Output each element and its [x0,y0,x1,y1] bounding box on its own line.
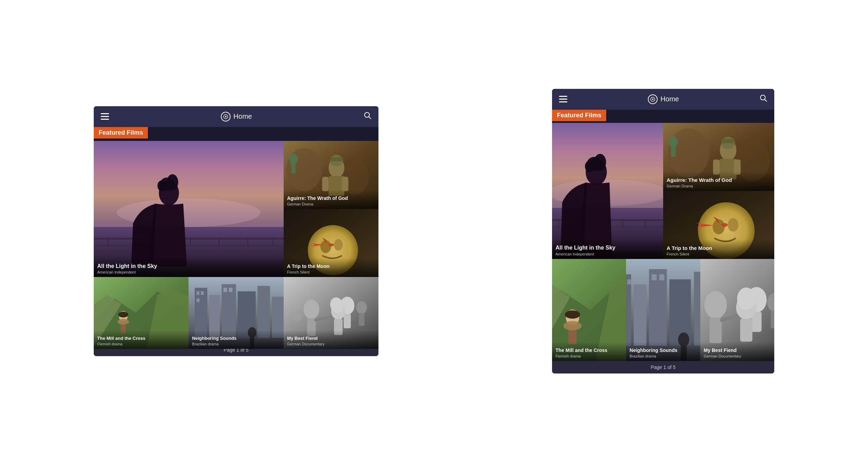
large-film-neighboring-title: Neighboring Sounds [629,347,696,353]
film-mill-info: The Mill and the Cross Flemish drama [94,330,189,349]
large-film-moon-info: A Trip to the Moon French Silent [663,240,774,259]
film-fiend-info: My Best Fiend German Documentary [284,330,378,349]
large-film-card-mill[interactable]: The Mill and the Cross Flemish drama [552,259,626,361]
hamburger-menu[interactable] [101,113,109,120]
svg-rect-134 [740,318,752,341]
svg-rect-8 [94,245,284,246]
large-kanopy-logo [648,94,658,104]
film-neighboring-genre: Brazilian drama [192,342,280,346]
side-cards: Aguirre: The Wrath of God German Drama [284,141,378,277]
svg-rect-52 [197,291,199,295]
film-main-genre: American Independent [97,270,280,274]
large-film-mill-title: The Mill and the Cross [556,347,623,353]
large-film-main-info: All the Light in the Sky American Indepe… [552,239,663,259]
svg-rect-118 [649,269,667,346]
films-grid: All the Light in the Sky American Indepe… [94,141,378,344]
svg-rect-113 [569,310,576,316]
film-card-main[interactable]: All the Light in the Sky American Indepe… [94,141,284,277]
film-aguirre-info: Aguirre: The Wrath of God German Drama [284,190,378,209]
large-films-grid: All the Light in the Sky American Indepe… [552,123,774,361]
large-film-card-fiend[interactable]: My Best Fiend German Documentary [700,259,774,361]
svg-point-18 [167,174,178,190]
svg-rect-43 [121,312,125,315]
film-moon-title: A Trip to the Moon [287,263,375,269]
large-film-fiend-genre: German Documentary [704,354,771,358]
svg-rect-116 [626,274,631,346]
bottom-cards: The Mill and the Cross Flemish drama [94,277,378,348]
svg-rect-28 [342,177,348,191]
large-film-mill-info: The Mill and the Cross Flemish drama [552,342,626,361]
large-film-moon-title: A Trip to the Moon [667,245,771,251]
svg-point-135 [737,287,756,310]
svg-line-3 [369,117,371,119]
large-film-card-neighboring[interactable]: Neighboring Sounds Brazilian drama [626,259,700,361]
large-search-button[interactable] [760,94,767,104]
film-neighboring-title: Neighboring Sounds [192,336,280,341]
film-card-moon[interactable]: A Trip to the Moon French Silent [284,209,378,277]
svg-rect-131 [709,318,721,343]
large-film-moon-genre: French Silent [667,252,771,256]
svg-point-33 [320,240,331,253]
svg-rect-25 [330,157,342,161]
svg-point-88 [594,154,606,170]
large-header: Home [552,89,774,110]
film-main-info: All the Light in the Sky American Indepe… [94,257,284,277]
svg-point-104 [728,218,738,232]
film-card-neighboring[interactable]: Neighboring Sounds Brazilian drama [189,277,283,348]
svg-rect-69 [359,313,365,326]
svg-point-114 [563,321,582,330]
header: Home [94,106,378,127]
svg-rect-27 [322,177,328,191]
large-film-mill-genre: Flemish drama [556,354,623,358]
large-page-indicator: Page 1 of 5 [552,361,774,373]
svg-rect-100 [671,145,676,157]
svg-point-70 [293,311,301,321]
film-aguirre-genre: German Drama [287,202,375,206]
large-header-title: Home [648,94,679,104]
svg-rect-53 [201,291,204,295]
large-featured-label: Featured Films [552,110,606,121]
svg-line-74 [765,99,767,101]
svg-point-1 [225,116,226,117]
film-fiend-genre: German Documentary [287,342,375,346]
large-hamburger-menu[interactable] [559,96,567,102]
film-moon-genre: French Silent [287,270,375,274]
svg-rect-117 [634,284,646,345]
svg-rect-54 [197,299,199,302]
home-label: Home [233,112,252,120]
large-film-fiend-info: My Best Fiend German Documentary [700,342,774,361]
large-app: Home Featured Films [552,89,774,373]
film-card-fiend[interactable]: My Best Fiend German Documentary [284,277,378,348]
svg-rect-56 [229,288,232,292]
large-film-card-main[interactable]: All the Light in the Sky American Indepe… [552,123,663,259]
svg-rect-61 [343,314,351,328]
svg-rect-95 [722,138,735,143]
large-film-main-title: All the Light in the Sky [556,244,660,251]
search-button[interactable] [364,112,372,121]
svg-rect-120 [694,271,700,345]
kanopy-logo [221,112,231,121]
large-film-card-moon[interactable]: A Trip to the Moon French Silent [663,191,774,259]
svg-rect-122 [627,279,631,284]
svg-rect-124 [659,274,665,280]
svg-rect-55 [224,288,227,292]
svg-point-34 [334,239,343,251]
film-mill-genre: Flemish drama [97,342,185,346]
film-fiend-title: My Best Fiend [287,336,375,341]
large-film-aguirre-title: Aguirre: The Wrath of God [667,177,771,183]
svg-rect-137 [771,310,774,328]
header-title: Home [221,112,252,121]
large-bottom-cards: The Mill and the Cross Flemish drama [552,259,774,361]
svg-point-105 [721,223,728,227]
large-film-neighboring-genre: Brazilian drama [629,354,696,358]
film-card-aguirre[interactable]: Aguirre: The Wrath of God German Drama [284,141,378,209]
svg-rect-7 [94,238,284,240]
svg-point-35 [328,243,334,246]
small-app: Home Featured Films [94,106,378,356]
svg-point-130 [704,291,727,318]
large-film-card-aguirre[interactable]: Aguirre: The Wrath of God German Drama [663,123,774,191]
film-main-title: All the Light in the Sky [97,263,280,269]
film-card-mill[interactable]: The Mill and the Cross Flemish drama [94,277,189,348]
svg-point-44 [118,319,129,325]
featured-films-label: Featured Films [94,127,148,138]
